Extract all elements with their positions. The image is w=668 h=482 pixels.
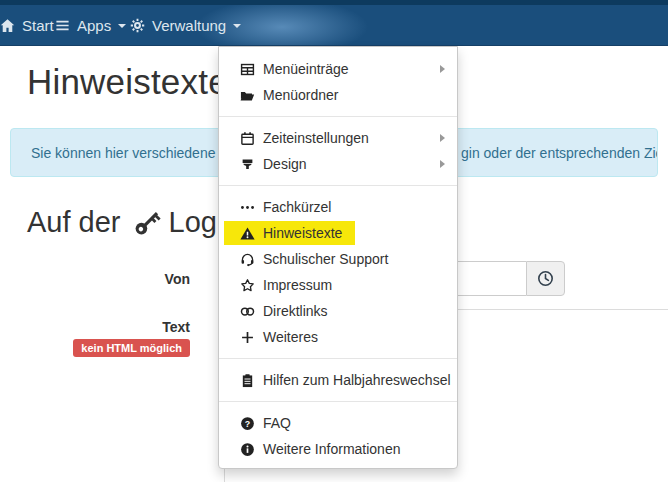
warning-icon: [239, 226, 256, 241]
alert-text-right: gin oder der entsprechenden Zielg: [461, 145, 658, 161]
nav-item-start[interactable]: Start: [0, 5, 54, 46]
screen: Hinweistexte Sie können hier verschieden…: [0, 0, 668, 482]
chevron-down-icon: [118, 24, 126, 28]
bars-icon: [55, 18, 70, 33]
menu-item-hilfen-zum-halbjahreswechsel[interactable]: Hilfen zum Halbjahreswechsel: [219, 367, 457, 393]
plus-icon: [239, 330, 256, 345]
menu-item-label: Menüordner: [263, 87, 339, 103]
top-navbar: StartAppsVerwaltung: [0, 0, 668, 46]
menu-item-content: Hilfen zum Halbjahreswechsel: [239, 372, 451, 388]
folder-open-icon: [239, 88, 256, 103]
time-picker-button[interactable]: [526, 261, 565, 296]
menu-item-label: Menüeinträge: [263, 61, 349, 77]
menu-item-label: Hinweistexte: [263, 225, 342, 241]
menu-item-schulischer-support[interactable]: Schulischer Support: [219, 246, 457, 272]
chevron-down-icon: [233, 24, 241, 28]
highlight-marker: Hinweistexte: [224, 221, 355, 245]
menu-item-label: Fachkürzel: [263, 199, 331, 215]
ellipsis-icon: [239, 200, 256, 215]
badge-wrap: kein HTML möglich: [30, 338, 190, 357]
menu-item-weitere-informationen[interactable]: Weitere Informationen: [219, 436, 457, 462]
nav-item-label: Apps: [77, 17, 111, 34]
menu-item-content: Impressum: [239, 277, 332, 293]
chevron-right-icon: [440, 160, 445, 168]
section-heading-suffix: Log: [169, 206, 217, 239]
menu-item-content: Weiteres: [239, 329, 318, 345]
menu-item-label: Design: [263, 156, 307, 172]
star-icon: [239, 278, 256, 293]
menu-item-label: Impressum: [263, 277, 332, 293]
menu-divider: [219, 401, 457, 402]
menu-item-content: Schulischer Support: [239, 251, 388, 267]
menu-item-label: Direktlinks: [263, 303, 328, 319]
nav-item-label: Verwaltung: [152, 17, 226, 34]
menu-item-label: Weiteres: [263, 329, 318, 345]
chevron-right-icon: [440, 65, 445, 73]
svg-text:?: ?: [245, 418, 250, 428]
chevron-right-icon: [440, 134, 445, 142]
alert-text-left: Sie können hier verschiedene: [31, 145, 215, 161]
menu-item-direktlinks[interactable]: Direktlinks: [219, 298, 457, 324]
menu-item-label: Schulischer Support: [263, 251, 388, 267]
menu-item-menueintrage[interactable]: Menüeinträge: [219, 56, 457, 82]
verwaltung-dropdown-menu: MenüeinträgeMenüordnerZeiteinstellungenD…: [218, 46, 458, 469]
menu-divider: [219, 116, 457, 117]
table-icon: [239, 62, 256, 77]
menu-item-content: Weitere Informationen: [239, 441, 400, 457]
menu-item-menuordner[interactable]: Menüordner: [219, 82, 457, 108]
info-circle-icon: [239, 442, 256, 457]
menu-divider: [219, 185, 457, 186]
menu-item-content: Menüeinträge: [239, 61, 349, 77]
link-icon: [239, 304, 256, 319]
headset-icon: [239, 252, 256, 267]
question-circle-icon: ?: [239, 416, 256, 431]
menu-divider: [219, 358, 457, 359]
menu-item-zeiteinstellungen[interactable]: Zeiteinstellungen: [219, 125, 457, 151]
menu-item-label: Zeiteinstellungen: [263, 130, 369, 146]
menu-item-hinweistexte[interactable]: Hinweistexte: [219, 220, 457, 246]
menu-item-content: Direktlinks: [239, 303, 328, 319]
no-html-badge: kein HTML möglich: [73, 339, 190, 357]
nav-item-apps[interactable]: Apps: [55, 5, 126, 46]
menu-item-design[interactable]: Design: [219, 151, 457, 177]
menu-item-content: Design: [239, 156, 307, 172]
home-icon: [0, 18, 15, 33]
key-icon: [132, 208, 162, 238]
menu-item-label: Weitere Informationen: [263, 441, 400, 457]
von-label: Von: [40, 271, 190, 287]
brush-icon: [239, 157, 256, 172]
menu-item-content: Menüordner: [239, 87, 339, 103]
menu-item-label: FAQ: [263, 415, 291, 431]
menu-item-faq[interactable]: ?FAQ: [219, 410, 457, 436]
clipboard-icon: [239, 373, 256, 388]
nav-item-verwaltung[interactable]: Verwaltung: [130, 5, 241, 46]
menu-item-fachkurzel[interactable]: Fachkürzel: [219, 194, 457, 220]
calendar-icon: [239, 131, 256, 146]
menu-item-content: Fachkürzel: [239, 199, 331, 215]
page-title: Hinweistexte: [27, 62, 228, 102]
menu-item-content: ?FAQ: [239, 415, 291, 431]
section-heading-prefix: Auf der: [27, 206, 121, 239]
text-label: Text: [40, 319, 190, 335]
menu-item-label: Hilfen zum Halbjahreswechsel: [263, 372, 451, 388]
gear-icon: [130, 18, 145, 33]
nav-item-label: Start: [22, 17, 54, 34]
menu-item-impressum[interactable]: Impressum: [219, 272, 457, 298]
section-heading: Auf der Log: [27, 206, 217, 239]
clock-icon: [537, 270, 554, 287]
menu-item-weiteres[interactable]: Weiteres: [219, 324, 457, 350]
menu-item-content: Zeiteinstellungen: [239, 130, 369, 146]
